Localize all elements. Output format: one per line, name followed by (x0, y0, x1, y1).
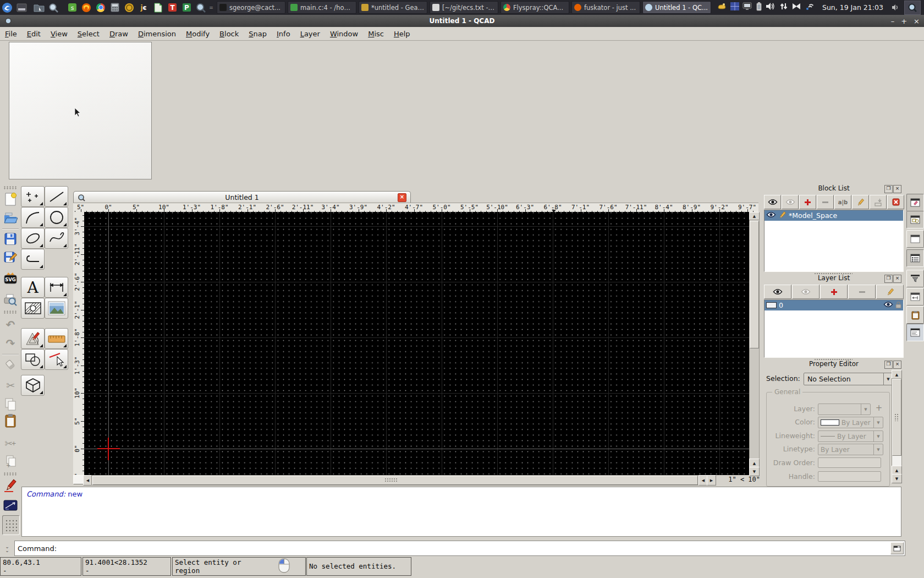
measure-tools-button[interactable] (45, 328, 68, 349)
library-browser-toggle-button[interactable] (906, 194, 924, 211)
layer-list-item[interactable]: 0 (765, 300, 903, 310)
vscroll-thumb[interactable] (750, 221, 759, 348)
handle-field[interactable] (818, 471, 881, 482)
show-all-layers-button[interactable] (764, 285, 791, 299)
menu-dimension[interactable]: Dimension (133, 29, 181, 39)
view-panel-button[interactable] (906, 230, 924, 248)
menu-help[interactable]: Help (389, 29, 415, 39)
measure-tool-button[interactable] (2, 498, 19, 513)
menu-view[interactable]: View (46, 29, 73, 39)
command-line[interactable]: Command: (14, 541, 905, 556)
edit-layer-button[interactable] (876, 285, 904, 299)
svg-export-button[interactable]: SVG (2, 271, 19, 286)
document-tab[interactable]: Untitled 1 × (73, 191, 411, 203)
projection-tools-button[interactable] (21, 375, 45, 396)
maximize-button[interactable]: + (901, 17, 907, 25)
package-manager-icon[interactable]: s (66, 2, 78, 14)
purge-block-button[interactable] (887, 195, 904, 209)
firefox-icon[interactable] (80, 2, 92, 14)
command-detach-button[interactable] (890, 542, 904, 554)
toolbar-grip[interactable] (3, 186, 18, 189)
workspace-grid-tray-icon[interactable] (730, 2, 739, 13)
lock-icon[interactable] (895, 301, 901, 310)
show-desktop-icon[interactable] (15, 2, 28, 14)
block-list-float-button[interactable]: ❐ (884, 185, 893, 193)
jedit-icon[interactable]: jє (138, 2, 150, 14)
color-combobox[interactable]: By Layer▼ (818, 417, 883, 428)
menu-edit[interactable]: Edit (22, 29, 46, 39)
add-layer-button[interactable]: + (875, 403, 883, 413)
menu-block[interactable]: Block (215, 29, 244, 39)
line-tools-button[interactable] (45, 186, 68, 207)
wifi-tray-icon[interactable] (805, 2, 815, 13)
add-block-button[interactable] (799, 195, 816, 209)
lamp-tray-icon[interactable] (717, 2, 727, 13)
pencil-icon[interactable] (778, 211, 787, 221)
linetype-combobox[interactable]: By Layer▼ (818, 444, 883, 455)
taskbar-window[interactable]: *untitled - Geany (359, 1, 427, 14)
hscroll-thumb[interactable] (92, 476, 698, 485)
arc-tools-button[interactable] (21, 207, 45, 228)
modify-tools-button[interactable] (21, 349, 45, 370)
erase-button[interactable] (2, 357, 19, 373)
taskbar-window[interactable]: Flyspray::QCA... (501, 1, 569, 14)
prop-scroll-thumb[interactable] (892, 379, 901, 456)
horizontal-scrollbar[interactable] (91, 475, 699, 486)
app-logo-icon[interactable] (1, 2, 13, 14)
layer-list-float-button[interactable]: ❐ (884, 275, 893, 283)
prop-scrollbar[interactable] (892, 378, 902, 467)
command-history[interactable]: Command: new (21, 487, 901, 537)
volume-small-icon[interactable] (890, 2, 902, 14)
prop-scroll-down-button[interactable]: ▼ (892, 474, 902, 483)
display-tray-icon[interactable] (743, 2, 753, 13)
battery-tray-icon[interactable] (756, 2, 762, 13)
circle-tools-button[interactable] (45, 207, 68, 228)
tomboy-launcher-icon[interactable]: T (166, 2, 178, 14)
window-titlebar[interactable]: Untitled 1 - QCAD – + × (0, 15, 924, 27)
remove-layer-button[interactable] (848, 285, 876, 299)
print-preview-button[interactable] (2, 292, 19, 308)
edit-block-button[interactable] (852, 195, 869, 209)
copy-button[interactable] (2, 396, 19, 412)
qcad-tray-icon[interactable] (904, 1, 921, 15)
layer-list[interactable]: 0 (764, 299, 904, 358)
save-document-as-button[interactable] (2, 249, 19, 265)
draworder-field[interactable] (818, 457, 881, 468)
draw-pencil-button[interactable] (2, 478, 19, 493)
add-layer-button[interactable] (820, 285, 848, 299)
layer-list-close-button[interactable]: × (893, 275, 901, 283)
command-expand-button[interactable]: ⌄⌄ (3, 545, 12, 555)
taskbar-window[interactable]: [~/git/ecs.txt - ... (430, 1, 498, 14)
toolbar-grip[interactable] (3, 310, 18, 314)
redo-button[interactable]: ↷ (2, 336, 19, 351)
minimize-button[interactable]: – (891, 17, 895, 25)
file-manager-icon[interactable] (33, 2, 45, 14)
menu-file[interactable]: File (0, 29, 22, 39)
gnucash-icon[interactable] (123, 2, 135, 14)
cut-button[interactable]: ✂ (2, 378, 19, 393)
copy-with-reference-button[interactable]: + (2, 454, 19, 469)
eye-icon[interactable] (883, 301, 893, 309)
layer-color-swatch[interactable] (766, 302, 777, 308)
drawing-canvas[interactable] (84, 212, 749, 475)
menu-draw[interactable]: Draw (105, 29, 133, 39)
show-all-blocks-button[interactable] (764, 195, 781, 209)
chrome-icon[interactable] (95, 2, 107, 14)
image-tool-button[interactable] (45, 298, 68, 319)
command-line-toggle-button[interactable] (906, 324, 924, 341)
undo-button[interactable]: ↶ (2, 317, 19, 332)
dark-shape-tray-icon[interactable] (791, 2, 801, 13)
document-tab-close-button[interactable]: × (398, 193, 406, 202)
hscroll-right-button[interactable]: ▶ (707, 475, 716, 486)
planner-icon[interactable]: P (180, 2, 193, 14)
block-list-item[interactable]: *Model_Space (765, 210, 903, 221)
toolbar-grip[interactable] (3, 472, 18, 476)
rename-block-button[interactable]: a|b (834, 195, 851, 209)
qcad-launcher-icon[interactable] (195, 2, 207, 14)
menu-misc[interactable]: Misc (363, 29, 389, 39)
cut-with-reference-button[interactable]: ✂+ (2, 435, 19, 451)
libreoffice-icon[interactable] (152, 2, 164, 14)
dimension-tools-button[interactable] (45, 277, 68, 298)
menu-modify[interactable]: Modify (181, 29, 215, 39)
polyline-tools-button[interactable] (21, 249, 45, 270)
